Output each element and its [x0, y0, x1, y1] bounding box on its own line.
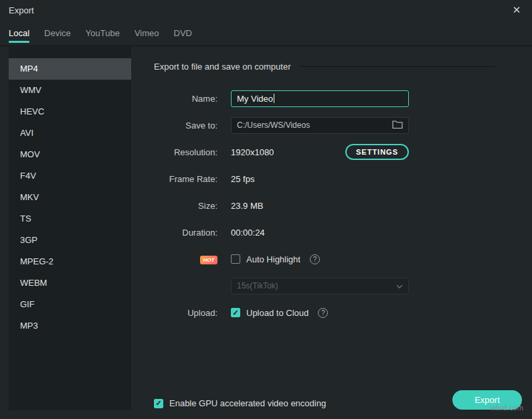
name-row: Name: My Video — [154, 85, 495, 112]
duration-label: Duration: — [154, 228, 217, 238]
name-label: Name: — [154, 94, 217, 104]
save-to-label: Save to: — [154, 120, 217, 131]
format-item-mkv[interactable]: MKV — [9, 187, 131, 208]
format-item-f4v[interactable]: F4V — [9, 165, 131, 187]
preset-value: 15s(TikTok) — [237, 281, 278, 290]
auto-highlight-row: HOT Auto Highlight ? — [154, 246, 495, 272]
chevron-down-icon — [396, 281, 403, 290]
hot-badge: HOT — [200, 256, 217, 264]
save-path-value: C:/Users/WS/Videos — [237, 120, 310, 130]
format-list: MP4 WMV HEVC AVI MOV F4V MKV TS 3GP MPEG… — [9, 47, 131, 410]
upload-row: Upload: ✓ Upload to Cloud ? — [154, 299, 495, 326]
section-header: Export to file and save on computer — [154, 62, 495, 72]
format-item-mp4[interactable]: MP4 — [9, 58, 131, 80]
tab-vimeo[interactable]: Vimeo — [135, 20, 159, 46]
tab-youtube[interactable]: YouTube — [86, 20, 120, 46]
title-bar: Export ✕ — [0, 0, 532, 20]
upload-label: Upload: — [154, 308, 217, 318]
resolution-value: 1920x1080 — [231, 147, 274, 157]
size-value: 23.9 MB — [231, 201, 263, 211]
highlight-preset-dropdown[interactable]: 15s(TikTok) — [231, 278, 409, 295]
duration-value: 00:00:24 — [231, 228, 265, 238]
close-icon[interactable]: ✕ — [510, 4, 523, 16]
resolution-row: Resolution: 1920x1080 SETTINGS — [154, 139, 495, 165]
size-label: Size: — [154, 201, 217, 211]
tab-device[interactable]: Device — [44, 20, 71, 46]
tab-local[interactable]: Local — [9, 20, 29, 46]
tab-dvd[interactable]: DVD — [174, 20, 192, 46]
format-item-mp3[interactable]: MP3 — [9, 315, 131, 337]
auto-highlight-label: Auto Highlight — [246, 254, 300, 264]
format-item-hevc[interactable]: HEVC — [9, 101, 131, 122]
format-item-gif[interactable]: GIF — [9, 294, 131, 315]
section-divider — [300, 66, 495, 67]
frame-rate-label: Frame Rate: — [154, 174, 217, 184]
gpu-encoding-checkbox[interactable]: ✓ — [154, 399, 163, 408]
format-item-avi[interactable]: AVI — [9, 122, 131, 144]
size-row: Size: 23.9 MB — [154, 192, 495, 219]
watermark: wtvid.com — [491, 404, 523, 412]
upload-help-icon[interactable]: ? — [318, 308, 328, 318]
name-input[interactable]: My Video — [231, 90, 409, 107]
name-value: My Video — [237, 94, 273, 104]
gpu-encoding-label: Enable GPU accelerated video encoding — [169, 398, 326, 408]
folder-browse-icon[interactable] — [392, 120, 403, 131]
resolution-label: Resolution: — [154, 147, 217, 157]
duration-row: Duration: 00:00:24 — [154, 219, 495, 246]
preset-row: 15s(TikTok) — [154, 272, 495, 299]
hot-badge-cell: HOT — [154, 254, 217, 264]
save-path-input[interactable]: C:/Users/WS/Videos — [231, 117, 409, 134]
save-to-row: Save to: C:/Users/WS/Videos — [154, 112, 495, 139]
format-item-webm[interactable]: WEBM — [9, 272, 131, 294]
text-caret — [274, 94, 274, 103]
format-item-mpeg2[interactable]: MPEG-2 — [9, 251, 131, 272]
settings-button[interactable]: SETTINGS — [345, 144, 409, 160]
format-item-mov[interactable]: MOV — [9, 144, 131, 165]
auto-highlight-checkbox[interactable] — [231, 254, 240, 264]
section-title: Export to file and save on computer — [154, 62, 291, 72]
frame-rate-row: Frame Rate: 25 fps — [154, 165, 495, 192]
frame-rate-value: 25 fps — [231, 174, 254, 184]
format-item-wmv[interactable]: WMV — [9, 80, 131, 101]
gpu-encoding-row: ✓ Enable GPU accelerated video encoding — [154, 398, 326, 408]
window-title: Export — [9, 5, 34, 15]
format-item-3gp[interactable]: 3GP — [9, 230, 131, 251]
export-tabs: Local Device YouTube Vimeo DVD — [0, 20, 532, 46]
format-item-ts[interactable]: TS — [9, 208, 131, 230]
upload-cloud-checkbox[interactable]: ✓ — [231, 308, 240, 317]
upload-cloud-label: Upload to Cloud — [246, 308, 308, 318]
auto-highlight-help-icon[interactable]: ? — [310, 254, 320, 264]
